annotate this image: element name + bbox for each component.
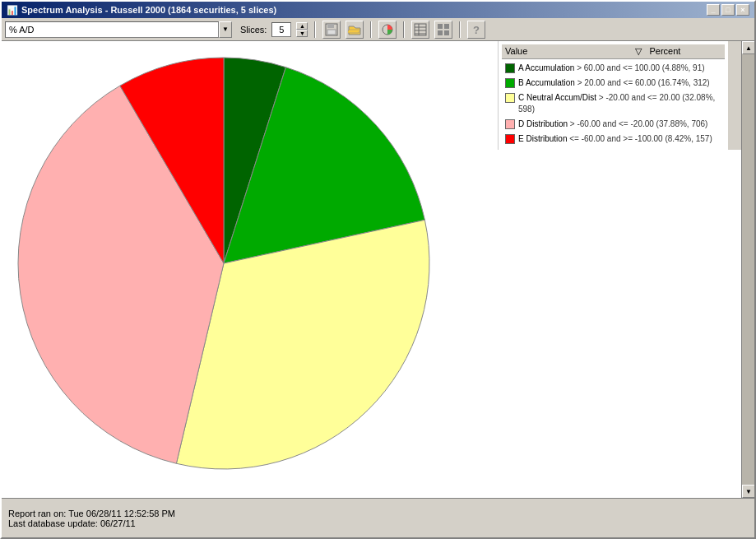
grid-icon [437, 23, 450, 36]
svg-rect-2 [327, 30, 336, 35]
toolbar: % A/D ▼ Slices: ▲ ▼ [2, 18, 754, 41]
grid-button[interactable] [434, 21, 452, 39]
legend-item: D Distribution > -60.00 and <= -20.00 (3… [502, 117, 725, 132]
minimize-button[interactable]: _ [707, 4, 720, 16]
legend-item: C Neutral Accum/Dist > -20.00 and <= 20.… [502, 91, 725, 117]
legend-item-text: A Accumulation > 60.00 and <= 100.00 (4.… [518, 63, 721, 74]
spin-down-button[interactable]: ▼ [296, 30, 308, 37]
table-icon [414, 23, 427, 36]
window-title: Spectrum Analysis - Russell 2000 (1864 s… [21, 5, 276, 15]
pie-chart-svg [2, 41, 446, 486]
chart-type-button[interactable] [378, 21, 397, 39]
scroll-up-button[interactable]: ▲ [742, 41, 754, 54]
legend-header-percent: Percent [650, 46, 722, 57]
toolbar-separator-3 [403, 21, 405, 38]
legend-color-swatch [505, 134, 515, 144]
open-icon [348, 23, 361, 36]
legend-color-swatch [505, 93, 515, 103]
title-bar: 📊 Spectrum Analysis - Russell 2000 (1864… [2, 2, 754, 18]
legend-item-range: <= -60.00 and >= -100.00 (8.42%, 157) [569, 134, 712, 143]
toolbar-separator-1 [314, 21, 316, 38]
title-buttons: _ □ × [707, 4, 749, 16]
analysis-dropdown[interactable]: % A/D [5, 21, 219, 38]
spin-up-button[interactable]: ▲ [296, 22, 308, 30]
legend-items: A Accumulation > 60.00 and <= 100.00 (4.… [502, 61, 725, 146]
legend-color-swatch [505, 119, 515, 129]
legend-item-range: > 20.00 and <= 60.00 (16.74%, 312) [577, 78, 710, 87]
scroll-down-button[interactable]: ▼ [742, 485, 754, 498]
status-line-1: Report ran on: Tue 06/28/11 12:52:58 PM [8, 509, 748, 518]
legend-item-label: B Accumulation [518, 78, 575, 87]
svg-rect-1 [327, 24, 334, 28]
table-view-button[interactable] [411, 21, 429, 39]
content-wrapper: Value ▽ Percent A Accumulation > 60.00 a… [2, 41, 754, 498]
legend-item: E Distribution <= -60.00 and >= -100.00 … [502, 132, 725, 146]
svg-rect-10 [444, 24, 449, 29]
legend-header: Value ▽ Percent [502, 44, 725, 59]
slices-label: Slices: [240, 25, 267, 35]
scroll-track [742, 54, 754, 485]
legend-item: B Accumulation > 20.00 and <= 60.00 (16.… [502, 76, 725, 91]
help-icon: ? [470, 23, 483, 36]
maximize-button[interactable]: □ [721, 4, 735, 16]
dropdown-arrow[interactable]: ▼ [219, 21, 232, 38]
help-button[interactable]: ? [467, 21, 485, 39]
legend-item-range: > -60.00 and <= -20.00 (37.88%, 706) [570, 119, 708, 128]
legend-spacer [498, 150, 741, 498]
dropdown-value: % A/D [9, 25, 35, 35]
toolbar-separator-2 [370, 21, 372, 38]
close-button[interactable]: × [736, 4, 749, 16]
dropdown-container: % A/D ▼ [5, 21, 232, 38]
toolbar-separator-4 [459, 21, 461, 38]
svg-rect-11 [438, 30, 443, 35]
legend-item-label: D Distribution [518, 119, 568, 128]
legend-header-value: Value [505, 46, 635, 57]
legend-item-text: E Distribution <= -60.00 and >= -100.00 … [518, 133, 721, 145]
legend-color-swatch [505, 63, 515, 73]
svg-rect-12 [444, 30, 449, 35]
legend-item-label: A Accumulation [518, 63, 574, 72]
legend-item-text: B Accumulation > 20.00 and <= 60.00 (16.… [518, 77, 721, 89]
legend-area: Value ▽ Percent A Accumulation > 60.00 a… [498, 41, 728, 150]
title-bar-left: 📊 Spectrum Analysis - Russell 2000 (1864… [7, 5, 276, 16]
status-line-2: Last database update: 06/27/11 [8, 518, 748, 528]
legend-item-text: C Neutral Accum/Dist > -20.00 and <= 20.… [518, 92, 721, 115]
legend-item-label: E Distribution [518, 134, 567, 143]
svg-text:?: ? [473, 24, 480, 36]
chart-area [2, 41, 498, 498]
spin-buttons: ▲ ▼ [296, 22, 308, 37]
svg-rect-9 [438, 24, 443, 29]
legend-sort-icon[interactable]: ▽ [635, 46, 647, 57]
legend-item-text: D Distribution > -60.00 and <= -20.00 (3… [518, 118, 721, 130]
slices-input[interactable] [271, 22, 291, 37]
main-window: 📊 Spectrum Analysis - Russell 2000 (1864… [0, 0, 756, 539]
legend-item-label: C Neutral Accum/Dist [518, 93, 596, 102]
scrollbar-right: ▲ ▼ [741, 41, 754, 498]
app-icon: 📊 [7, 5, 18, 16]
right-panel: Value ▽ Percent A Accumulation > 60.00 a… [498, 41, 741, 498]
save-button[interactable] [322, 21, 341, 39]
legend-item: A Accumulation > 60.00 and <= 100.00 (4.… [502, 61, 725, 76]
open-button[interactable] [346, 21, 364, 39]
legend-color-swatch [505, 78, 515, 88]
save-icon [325, 23, 338, 36]
pie-chart-icon [381, 23, 394, 36]
status-bar: Report ran on: Tue 06/28/11 12:52:58 PM … [2, 498, 754, 537]
legend-item-range: > 60.00 and <= 100.00 (4.88%, 91) [577, 63, 704, 72]
